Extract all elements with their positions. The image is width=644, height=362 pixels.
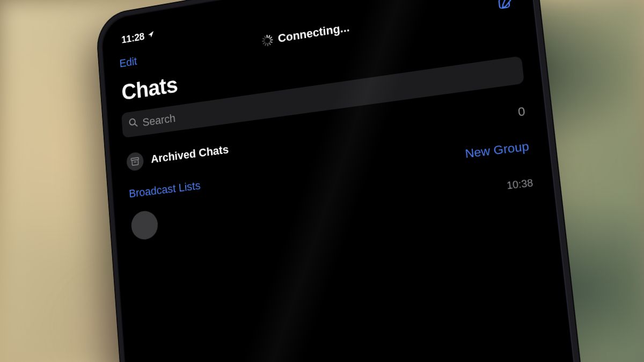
search-placeholder: Search xyxy=(142,112,176,129)
chat-avatar xyxy=(130,209,159,240)
search-icon xyxy=(128,117,138,131)
location-arrow-icon xyxy=(147,28,155,41)
svg-line-8 xyxy=(135,123,137,126)
archive-icon xyxy=(126,151,144,172)
new-group-button[interactable]: New Group xyxy=(464,139,530,161)
phone-device: 11:28 xyxy=(100,0,585,362)
broadcast-lists-button[interactable]: Broadcast Lists xyxy=(128,179,201,200)
compose-button[interactable] xyxy=(496,0,514,11)
status-time: 11:28 xyxy=(121,30,145,45)
edit-button[interactable]: Edit xyxy=(119,55,137,70)
spinner-icon xyxy=(261,34,273,47)
archived-count: 0 xyxy=(517,104,526,120)
status-left: 11:28 xyxy=(121,28,155,45)
phone-screen: 11:28 xyxy=(106,0,577,362)
chat-time: 10:38 xyxy=(506,177,533,191)
svg-rect-9 xyxy=(131,157,138,160)
phone-body: 11:28 xyxy=(100,0,585,362)
